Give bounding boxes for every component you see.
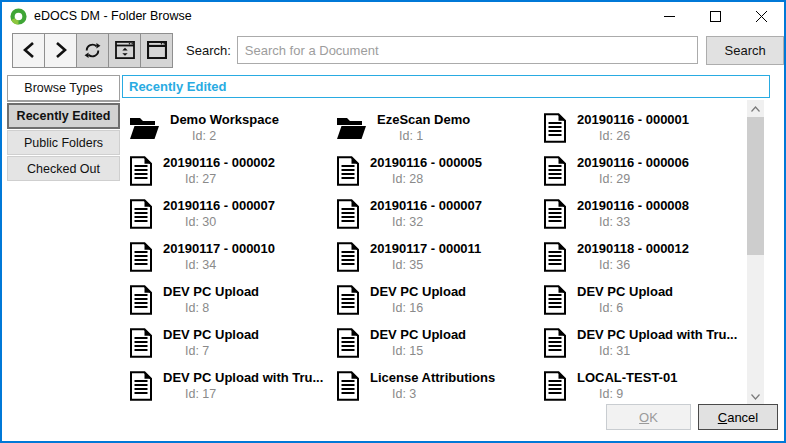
list-item[interactable]: 20190116 - 000007 Id: 32 [336,192,543,235]
list-item[interactable]: DEV PC Upload Id: 8 [129,278,336,321]
document-icon [336,242,360,272]
list-item[interactable]: LOCAL-TEST-01 Id: 9 [543,364,749,405]
list-item[interactable]: DEV PC Upload Id: 6 [543,278,749,321]
item-name: DEV PC Upload with Tru... [577,326,737,343]
refresh-icon [83,41,102,60]
item-name: DEV PC Upload with Tru... [163,369,323,386]
item-id: Id: 2 [170,128,279,144]
sidebar: Browse Types Recently Edited Public Fold… [7,75,120,182]
sidebar-item-recently-edited[interactable]: Recently Edited [7,103,120,129]
sidebar-item-public-folders[interactable]: Public Folders [7,130,120,155]
list-item[interactable]: 20190116 - 000006 Id: 29 [543,149,749,192]
item-name: 20190116 - 000002 [163,154,275,171]
item-id: Id: 30 [163,214,275,230]
item-id: Id: 17 [163,386,323,402]
document-icon [543,242,567,272]
folder-icon [336,115,367,141]
sidebar-item-browse-types[interactable]: Browse Types [7,75,120,102]
scroll-up-icon[interactable] [747,100,764,117]
list-item[interactable]: DEV PC Upload with Tru... Id: 17 [129,364,336,405]
item-name: LOCAL-TEST-01 [577,369,677,386]
list-item[interactable]: 20190116 - 000002 Id: 27 [129,149,336,192]
item-name: 20190118 - 000012 [577,240,689,257]
list-item[interactable]: 20190117 - 000010 Id: 34 [129,235,336,278]
folder-browse-dialog: eDOCS DM - Folder Browse [0,0,786,443]
list-item[interactable]: 20190116 - 000005 Id: 28 [336,149,543,192]
item-id: Id: 33 [577,214,689,230]
document-icon [543,285,567,315]
cancel-button[interactable]: Cancel [698,404,778,430]
chevron-left-icon [21,41,37,59]
document-icon [336,156,360,186]
content-header: Recently Edited [122,75,770,98]
search-input[interactable] [237,36,699,64]
search-button[interactable]: Search [706,36,784,65]
chevron-right-icon [53,41,69,59]
list-item[interactable]: EzeScan Demo Id: 1 [336,106,543,149]
toolbar: Search: Search [2,30,784,70]
window-title: eDOCS DM - Folder Browse [34,9,192,23]
minimize-icon [664,11,675,22]
item-name: DEV PC Upload [370,283,466,300]
maximize-window-button[interactable] [140,33,173,68]
list-item[interactable]: 20190116 - 000007 Id: 30 [129,192,336,235]
item-id: Id: 32 [370,214,482,230]
list-item[interactable]: 20190118 - 000012 Id: 36 [543,235,749,278]
item-id: Id: 16 [370,300,466,316]
item-name: 20190116 - 000001 [577,111,689,128]
list-item[interactable]: Demo Workspace Id: 2 [129,106,336,149]
document-icon [336,285,360,315]
item-name: 20190116 - 000007 [370,197,482,214]
minimize-button[interactable] [646,2,692,30]
list-item[interactable]: DEV PC Upload Id: 15 [336,321,543,364]
item-id: Id: 31 [577,343,737,359]
item-name: DEV PC Upload [163,283,259,300]
item-id: Id: 15 [370,343,466,359]
list-item[interactable]: 20190116 - 000001 Id: 26 [543,106,749,149]
back-button[interactable] [12,33,45,68]
close-button[interactable] [738,2,784,30]
item-name: 20190116 - 000005 [370,154,482,171]
item-name: 20190116 - 000007 [163,197,275,214]
item-id: Id: 26 [577,128,689,144]
titlebar: eDOCS DM - Folder Browse [2,2,784,30]
document-icon [543,371,567,401]
item-list: Demo Workspace Id: 2 EzeScan Demo Id: 1 … [122,100,749,405]
maximize-button[interactable] [692,2,738,30]
close-icon [756,11,767,22]
document-icon [129,285,153,315]
item-name: 20190117 - 000011 [370,240,481,257]
search-label: Search: [186,43,231,58]
document-icon [129,242,153,272]
sidebar-item-checked-out[interactable]: Checked Out [7,156,120,181]
scrollbar-thumb[interactable] [747,117,764,255]
document-icon [129,328,153,358]
list-item[interactable]: 20190116 - 000008 Id: 33 [543,192,749,235]
item-id: Id: 3 [370,386,495,402]
list-item[interactable]: 20190117 - 000011 Id: 35 [336,235,543,278]
item-id: Id: 27 [163,171,275,187]
forward-button[interactable] [44,33,77,68]
ok-button[interactable]: OK [606,404,691,430]
maximize-icon [710,11,721,22]
document-icon [129,156,153,186]
item-name: License Attributions [370,369,495,386]
refresh-button[interactable] [76,33,109,68]
restore-window-button[interactable] [108,33,141,68]
item-id: Id: 9 [577,386,677,402]
list-item[interactable]: DEV PC Upload Id: 7 [129,321,336,364]
document-icon [543,328,567,358]
item-id: Id: 7 [163,343,259,359]
list-item[interactable]: DEV PC Upload Id: 16 [336,278,543,321]
document-icon [543,113,567,143]
list-item[interactable]: License Attributions Id: 3 [336,364,543,405]
vertical-scrollbar[interactable] [747,100,764,405]
window-restore-icon [115,41,135,59]
document-icon [129,199,153,229]
item-id: Id: 29 [577,171,689,187]
item-name: DEV PC Upload [370,326,466,343]
item-id: Id: 6 [577,300,673,316]
list-item[interactable]: DEV PC Upload with Tru... Id: 31 [543,321,749,364]
scroll-down-icon[interactable] [747,388,764,405]
folder-icon [129,115,160,141]
